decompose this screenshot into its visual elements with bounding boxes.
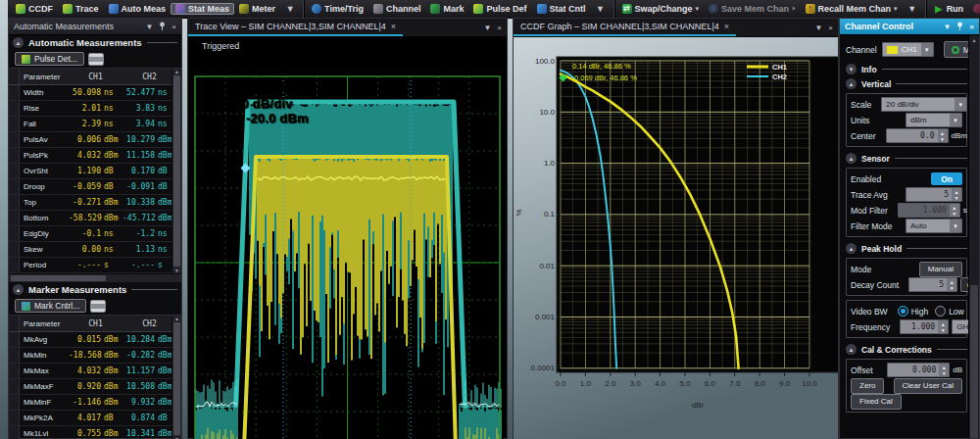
setup-more-button[interactable]: ▼ <box>591 3 611 15</box>
left-edge-gradient <box>0 0 8 439</box>
marker-table-vscrollbar[interactable]: ▲▼ <box>172 316 181 439</box>
mode-button[interactable]: Manual <box>919 262 962 277</box>
chevron-up-icon[interactable]: ▲ <box>846 78 857 89</box>
trace-avg-stepper[interactable]: 5▲▼ <box>906 187 962 202</box>
offset-stepper[interactable]: 0.000▲▼ <box>887 363 950 377</box>
swap-change-button[interactable]: ⇄Swap/Change▾ <box>617 3 705 15</box>
channel-button[interactable]: Channel <box>368 3 426 15</box>
spinner-arrows-icon[interactable]: ▲▼ <box>938 320 948 333</box>
auto-table-hscrollbar[interactable] <box>9 273 181 282</box>
param-label: Top <box>20 198 69 207</box>
mark-button[interactable]: Mark <box>425 3 468 15</box>
info-section-header[interactable]: ▼Info <box>846 62 967 76</box>
enabled-toggle[interactable]: On <box>931 172 962 185</box>
pin-icon[interactable] <box>159 22 166 32</box>
channel-control-scrollbar[interactable]: ▲ <box>968 35 979 438</box>
chevron-up-icon[interactable]: ▲ <box>13 37 24 48</box>
print-icon[interactable] <box>90 300 106 313</box>
ch2-value: 11.157dBm <box>122 366 176 375</box>
decay-count-stepper[interactable]: 5▲▼ <box>908 277 957 292</box>
channel-dropdown[interactable]: CH1 ▼ <box>882 42 934 57</box>
table-row: MkPk2A4.017dB0.874dB <box>9 411 181 426</box>
cal-corrections-section-header[interactable]: ▲Cal & Corrections <box>846 342 967 357</box>
trace-view-tab[interactable]: Trace View – SIM CHANNEL|3,SIM CHANNEL|4… <box>188 19 403 36</box>
save-mem-chan-button[interactable]: ↓Save Mem Chan▾ <box>704 3 801 15</box>
spinner-arrows-icon[interactable]: ▲▼ <box>952 188 961 201</box>
ch1-value: 1.190dB <box>69 167 122 175</box>
ccdf-button[interactable]: CCDF <box>11 3 58 15</box>
ccdf-graph-tab[interactable]: CCDF Graph – SIM CHANNEL|3,SIM CHANNEL|4… <box>514 19 736 36</box>
units-row: UnitsdBm▼ <box>851 113 962 127</box>
chevron-up-icon[interactable]: ▲ <box>846 344 857 355</box>
chevron-up-icon[interactable]: ▲ <box>13 284 24 295</box>
param-label: MkAvg <box>20 335 69 344</box>
clear-user-cal-button[interactable]: Clear User Cal <box>894 378 962 394</box>
collapse-icon[interactable]: ▼ <box>145 23 153 31</box>
panel-menu-icon[interactable]: ▼ <box>483 24 491 32</box>
spinner-arrows-icon[interactable]: ▲▼ <box>939 364 949 376</box>
spinner-arrows-icon[interactable]: ▲▼ <box>947 278 956 291</box>
collapse-icon[interactable]: ▼ <box>943 23 951 31</box>
mode-row: ModeManual <box>851 262 962 276</box>
chevron-up-icon[interactable]: ▲ <box>846 243 857 254</box>
fixed-cal-button[interactable]: Fixed Cal <box>851 394 902 410</box>
chevron-down-icon[interactable]: ▼ <box>846 64 857 74</box>
time-trig-button[interactable]: Time/Trig <box>307 3 368 15</box>
left-panel-titlebar: Automatic Measurements ▼ × <box>9 19 181 35</box>
enabled-label: Enabled <box>851 174 881 184</box>
mem-more-button[interactable]: ▼ <box>903 3 922 15</box>
auto-section-header[interactable]: ▲ Automatic Measurements <box>9 35 181 50</box>
run-button[interactable]: ▶Run <box>929 3 969 15</box>
ch2-value: -1.2ns <box>122 229 176 238</box>
filter-mode-dropdown[interactable]: Auto▼ <box>906 219 962 233</box>
auto-table-vscrollbar[interactable]: ▲▼ <box>172 69 181 273</box>
svg-text:0.001: 0.001 <box>535 313 556 321</box>
param-label: MkMinF <box>20 398 69 407</box>
peak-hold-group: ModeManualDecay Count5▲▼∞ <box>846 258 967 296</box>
zero-button[interactable]: Zero <box>851 378 884 394</box>
peak-hold-section-header[interactable]: ▲Peak Hold <box>846 241 967 256</box>
chevron-down-icon: ▾ <box>894 5 898 13</box>
svg-text:7.0: 7.0 <box>729 379 741 388</box>
spinner-arrows-icon[interactable]: ▲▼ <box>938 129 948 142</box>
marker-section-header[interactable]: ▲ Marker Measurements <box>9 282 181 297</box>
pulse-def-button[interactable]: Pulse Def <box>468 3 531 15</box>
sensor-section-header[interactable]: ▲Sensor <box>846 151 967 166</box>
trace-button[interactable]: Trace <box>58 3 104 15</box>
chevron-up-icon[interactable]: ▲ <box>846 153 857 164</box>
scale-dropdown[interactable]: 20 dB/div▼ <box>881 97 967 112</box>
auto-meas-button[interactable]: Auto Meas <box>104 3 172 15</box>
vertical-section-header[interactable]: ▲Vertical <box>846 76 967 91</box>
units-dropdown[interactable]: dBm▼ <box>906 113 962 127</box>
center-stepper[interactable]: 0.0▲▼ <box>886 128 949 143</box>
stat-meas-button[interactable]: Stat Meas <box>171 3 234 15</box>
close-icon[interactable]: × <box>828 24 833 32</box>
recall-mem-chan-button[interactable]: ↑Recall Mem Chan▾ <box>801 3 903 15</box>
svg-text:0.0001: 0.0001 <box>531 364 556 372</box>
pulse-det-button[interactable]: Pulse Det... <box>15 52 84 66</box>
close-icon[interactable]: × <box>969 23 974 31</box>
meter-button[interactable]: Meter <box>234 3 280 15</box>
trace-plot-area: Triggered CH1: 10 dB/divVCent: -20.0 dBm… <box>188 37 507 438</box>
pin-icon[interactable] <box>956 22 963 32</box>
panel-menu-icon[interactable]: ▼ <box>814 24 822 32</box>
print-icon[interactable] <box>88 53 104 66</box>
close-icon[interactable]: × <box>172 23 176 31</box>
tab-close-icon[interactable]: × <box>391 22 396 31</box>
views-more-button[interactable]: ▼ <box>280 3 300 15</box>
auto-meas-label: Auto Meas <box>122 4 167 14</box>
stat-cntl-icon <box>537 4 547 14</box>
table-row: EdgDly-0.1ns-1.2ns <box>9 226 181 242</box>
mark-icon <box>430 4 440 14</box>
low-radio[interactable] <box>935 306 946 317</box>
spinner-arrows-icon[interactable]: ▲▼ <box>950 204 959 217</box>
mem-icon <box>952 46 959 54</box>
svg-text:CH1: CH1 <box>772 63 787 72</box>
stat-cntl-button[interactable]: Stat Cntl <box>532 3 591 15</box>
high-radio[interactable] <box>898 306 908 317</box>
tab-close-icon[interactable]: × <box>724 22 729 31</box>
mark-cntrl-button[interactable]: Mark Cntrl... <box>15 299 86 313</box>
stop-button[interactable]: Stop <box>968 3 980 15</box>
close-icon[interactable]: × <box>497 24 502 32</box>
frequency-stepper[interactable]: 1.000▲▼ <box>900 319 949 334</box>
